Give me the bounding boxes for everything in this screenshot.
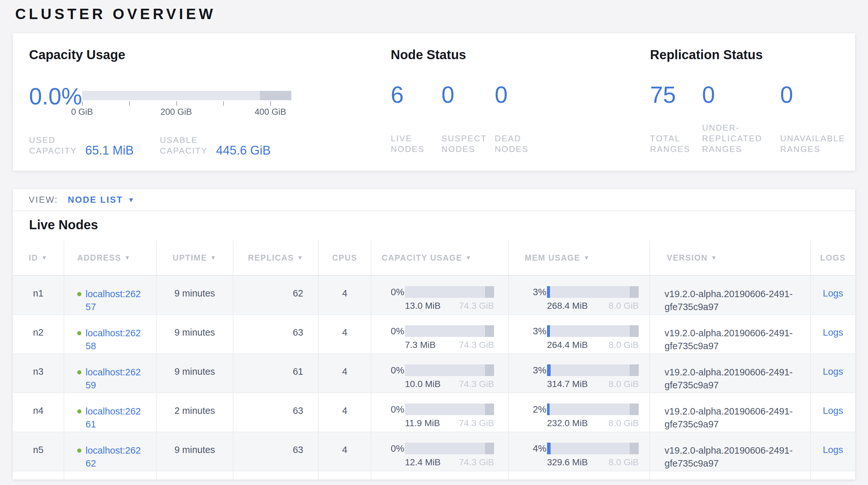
column-header-id[interactable]: ID▼ [13,240,64,275]
column-header-logs: LOGS [811,240,855,275]
column-header-mem-usage[interactable]: MEM USAGE▼ [509,240,650,275]
cell-capacity-usage: 0%7.3 MiB74.3 GiB [371,315,509,353]
cell-replicas: 63 [234,393,319,432]
node-live-dot-icon [77,449,82,453]
cell-replicas: 63 [234,432,319,471]
usage-bar [405,443,494,454]
cell-uptime: 9 minutes [157,432,234,471]
cell-capacity-usage: 0%12.4 MiB74.3 GiB [371,432,509,471]
cell-version: v19.2.0-alpha.20190606-2491-gfe735c9a97 [650,315,811,353]
table-row-partial [13,472,855,480]
table-body: n1localhost:262579 minutes6240%13.0 MiB7… [13,276,855,480]
node-live-dot-icon [77,370,82,374]
table-row: n4localhost:262612 minutes6340%11.9 MiB7… [13,393,855,432]
stat-label: TOTAL RANGES [650,133,699,154]
cell-version: v19.2.0-alpha.20190606-2491-gfe735c9a97 [650,354,811,393]
cell-cpus: 4 [319,276,371,314]
sort-desc-icon: ▼ [711,254,717,261]
view-label: VIEW: [29,195,58,205]
cell-uptime: 9 minutes [157,315,234,353]
logs-link[interactable]: Logs [823,445,843,455]
address-link[interactable]: localhost:26258 [86,326,143,352]
column-header-address[interactable]: ADDRESS▼ [64,240,157,275]
logs-link[interactable]: Logs [823,288,843,298]
usage-bar [547,325,639,337]
cell-mem-usage: 3%314.7 MiB8.0 GiB [509,354,650,393]
cell-node-id: n5 [13,432,64,471]
cell-logs: Logs [811,276,855,314]
logs-link[interactable]: Logs [823,327,843,338]
cell-capacity-usage: 0%13.0 MiB74.3 GiB [371,276,509,314]
usage-bar [405,364,494,376]
cell-capacity-usage: 0%10.0 MiB74.3 GiB [371,354,509,393]
sort-desc-icon: ▼ [297,254,304,261]
node-live-dot-icon [77,409,82,413]
cell-uptime: 2 minutes [157,393,234,432]
sort-desc-icon: ▼ [210,254,217,261]
cell-address: localhost:26258 [64,315,157,353]
cell-cpus: 4 [319,432,371,471]
usage-bar [405,403,494,415]
node-live-dot-icon [77,292,82,296]
cell-empty [13,472,64,480]
stat-value: 0 [702,82,715,108]
cell-logs: Logs [811,393,855,432]
cell-mem-usage: 3%268.4 MiB8.0 GiB [509,276,650,314]
column-header-replicas[interactable]: REPLICAS▼ [234,240,319,275]
usage-bar [547,364,639,376]
live-nodes-table: ID▼ADDRESS▼UPTIME▼REPLICAS▼CPUSCAPACITY … [13,240,855,480]
cell-logs: Logs [811,354,855,393]
cell-address: localhost:26261 [64,393,157,432]
cell-empty [371,472,509,480]
cell-replicas: 62 [234,276,319,314]
cell-node-id: n1 [13,276,64,314]
stat-value: 0 [780,82,793,108]
status-stat: 75TOTAL RANGES [650,33,699,171]
stat-label: UNAVAILABLE RANGES [780,133,862,154]
usage-bar [547,286,639,298]
node-live-dot-icon [77,331,82,335]
stat-value: 75 [650,82,676,108]
cell-node-id: n4 [13,393,64,432]
cell-node-id: n2 [13,315,64,353]
stat-label: UNDER-REPLICATED RANGES [702,122,776,154]
address-link[interactable]: localhost:26259 [86,366,143,392]
node-list-panel: VIEW: NODE LIST ▼ Live Nodes ID▼ADDRESS▼… [13,189,855,480]
column-header-capacity-usage[interactable]: CAPACITY USAGE▼ [371,240,509,275]
cell-mem-usage: 3%264.4 MiB8.0 GiB [509,315,650,353]
cell-cpus: 4 [319,393,371,432]
status-stat: 0UNAVAILABLE RANGES [780,33,862,171]
cell-version: v19.2.0-alpha.20190606-2491-gfe735c9a97 [650,393,811,432]
sort-desc-icon: ▼ [124,254,131,261]
cell-capacity-usage: 0%11.9 MiB74.3 GiB [371,393,509,432]
cell-mem-usage: 2%232.0 MiB8.0 GiB [509,393,650,432]
address-link[interactable]: localhost:26257 [86,287,143,313]
view-dropdown[interactable]: NODE LIST [68,195,123,205]
logs-link[interactable]: Logs [823,366,843,377]
sort-desc-icon: ▼ [584,254,590,261]
cell-empty [650,472,811,480]
cell-empty [811,472,855,480]
address-link[interactable]: localhost:26262 [86,444,143,470]
cell-empty [509,472,650,480]
logs-link[interactable]: Logs [823,405,843,416]
cell-uptime: 9 minutes [157,354,234,393]
chevron-down-icon[interactable]: ▼ [128,196,134,204]
address-link[interactable]: localhost:26261 [86,405,143,431]
cell-version: v19.2.0-alpha.20190606-2491-gfe735c9a97 [650,276,811,314]
cell-replicas: 61 [234,354,319,393]
cell-mem-usage: 4%329.6 MiB8.0 GiB [509,432,650,471]
table-header-row: ID▼ADDRESS▼UPTIME▼REPLICAS▼CPUSCAPACITY … [13,240,855,276]
cell-cpus: 4 [319,354,371,393]
cell-empty [64,472,157,480]
cell-address: localhost:26259 [64,354,157,393]
cell-address: localhost:26257 [64,276,157,314]
page-title: CLUSTER OVERVIEW [15,5,216,23]
cell-cpus: 4 [319,315,371,353]
column-header-version[interactable]: VERSION▼ [650,240,811,275]
column-header-uptime[interactable]: UPTIME▼ [157,240,234,275]
table-row: n2localhost:262589 minutes6340%7.3 MiB74… [13,315,855,354]
cell-logs: Logs [811,432,855,471]
table-row: n1localhost:262579 minutes6240%13.0 MiB7… [13,276,855,315]
column-header-cpus: CPUS [319,240,371,275]
